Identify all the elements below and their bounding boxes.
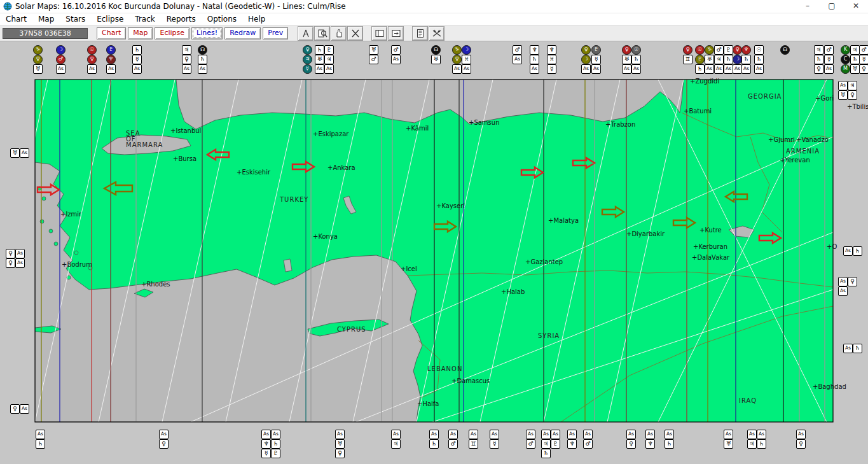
planet-glyph-chip: ♅ — [838, 90, 848, 100]
planet-glyph-chip: ♀ — [848, 90, 857, 100]
planet-glyph-chip: As — [87, 64, 97, 74]
planet-glyph-chip: As — [391, 430, 401, 439]
chart-button[interactable]: Chart — [97, 27, 126, 39]
zoom-page-icon[interactable] — [314, 26, 330, 41]
planet-glyph-chip: As — [530, 64, 539, 74]
planet-glyph-chip: As — [757, 430, 766, 439]
planet-glyph-chip: ♅ — [335, 439, 345, 449]
planet-glyph-chip: ♄ — [665, 439, 674, 449]
planet-glyph-chip: ♄ — [853, 246, 862, 256]
planet-glyph-chip: ♅ — [724, 439, 733, 449]
planet-glyph-chip: ♄ — [853, 344, 862, 353]
eclipse-button[interactable]: Eclipse — [155, 27, 189, 39]
menu-item-chart[interactable]: Chart — [0, 13, 32, 25]
crossed-lines-icon[interactable] — [347, 26, 363, 41]
planet-glyph-chip: ☿ — [591, 55, 601, 64]
planet-glyph-chip: ♀ — [796, 439, 806, 449]
planet-glyph-chip: ♄ — [198, 55, 207, 64]
minimize-button[interactable]: – — [796, 0, 820, 13]
planet-glyph-chip: ♀ — [683, 45, 692, 55]
prev-button[interactable]: Prev — [263, 27, 288, 39]
planet-glyph-chip: ♅ — [431, 55, 441, 64]
planet-glyph-chip: ♄ — [36, 439, 45, 449]
planet-glyph-chip: ♀ — [859, 64, 868, 74]
planet-glyph-chip: ☊ — [780, 45, 790, 55]
planet-glyph-chip: As — [391, 55, 401, 64]
planet-glyph-chip: ☿ — [547, 64, 556, 74]
planet-glyph-chip: ♄ — [315, 45, 324, 55]
planet-glyph-chip: ♀ — [733, 45, 742, 55]
map-button[interactable]: Map — [128, 27, 153, 39]
menu-item-eclipse[interactable]: Eclipse — [91, 13, 129, 25]
menu-item-options[interactable]: Options — [202, 13, 242, 25]
title-bar: Solar Maps: 16.10.2016 Koc Burcunda Dolu… — [0, 0, 868, 13]
planet-glyph-chip: As — [838, 277, 848, 286]
planet-glyph-chip: ♂ — [56, 55, 65, 64]
planet-glyph-chip: M — [841, 64, 850, 74]
planet-glyph-chip: ♂ — [369, 55, 378, 64]
planet-glyph-chip: ♀ — [6, 249, 15, 258]
planet-glyph-chip: As — [159, 430, 169, 439]
planet-glyph-chip: ♊ — [469, 439, 478, 449]
planet-glyph-chip: ♄ — [695, 64, 705, 74]
planet-glyph-chip: As — [796, 430, 806, 439]
planet-glyph-chip: ♂ — [583, 439, 593, 449]
hand-pointer-icon[interactable] — [331, 26, 347, 41]
planet-glyph-chip: ♅ — [315, 55, 324, 64]
planet-glyph-chip: ♂ — [859, 45, 868, 55]
planet-glyph-chip: ♇ — [695, 55, 705, 64]
planet-glyph-chip: ♃ — [541, 439, 551, 449]
planet-glyph-chip: As — [56, 64, 65, 74]
planet-glyph-chip: ♇ — [724, 45, 733, 55]
planet-glyph-chip: ♃ — [324, 55, 334, 64]
planet-glyph-chip: ☽ — [462, 45, 471, 55]
divider-compass-icon[interactable] — [298, 26, 313, 41]
planet-glyph-chip: ☊ — [198, 45, 207, 55]
planet-glyph-chip: As — [733, 64, 742, 74]
planet-glyph-chip: ♂ — [391, 45, 401, 55]
lines-button[interactable]: Lines! — [191, 27, 223, 39]
menu-item-map[interactable]: Map — [32, 13, 60, 25]
planet-glyph-chip: ♇ — [551, 439, 560, 449]
planet-glyph-chip: ♆ — [567, 439, 577, 449]
planet-glyph-chip: As — [132, 64, 142, 74]
planet-glyph-chip: ♄ — [541, 449, 551, 458]
menu-item-reports[interactable]: Reports — [161, 13, 202, 25]
planet-glyph-chip: As — [261, 430, 271, 439]
planet-glyph-chip: As — [843, 246, 853, 256]
planet-glyph-chip: As — [513, 55, 522, 64]
planet-glyph-chip: ☊ — [431, 45, 441, 55]
crossed-axes-icon[interactable] — [429, 26, 444, 41]
astro-markers-layer: ♑♀♅☽♂As☉♀As♇♆As♄☿As♃♀As☊♄As♀♃☿♄♅As♇♃As♅♂… — [0, 41, 868, 464]
planet-glyph-chip: As — [747, 430, 757, 439]
planet-glyph-chip: As — [724, 64, 733, 74]
planet-glyph-chip: ♃ — [747, 439, 757, 449]
planet-glyph-chip: ♄ — [132, 45, 142, 55]
planet-glyph-chip: ♑ — [452, 45, 462, 55]
planet-glyph-chip: ♀ — [622, 45, 631, 55]
planet-glyph-chip: ♃ — [182, 45, 191, 55]
planet-glyph-chip: ♃ — [850, 45, 860, 55]
planet-glyph-chip: ♀ — [182, 55, 191, 64]
planet-glyph-chip: ♆ — [530, 45, 539, 55]
menu-item-track[interactable]: Track — [129, 13, 160, 25]
report-list-icon[interactable] — [412, 26, 428, 41]
planet-glyph-chip: ♑ — [705, 45, 714, 55]
planet-glyph-chip: ☉ — [754, 45, 764, 55]
planet-glyph-chip: ♀ — [848, 277, 857, 286]
planet-glyph-chip: ♄ — [631, 55, 641, 64]
planet-glyph-chip: ☿ — [824, 55, 834, 64]
redraw-button[interactable]: Redraw — [224, 27, 261, 39]
planet-glyph-chip: ♓ — [462, 55, 471, 64]
frame-arrow-icon[interactable] — [388, 26, 404, 41]
planet-glyph-chip: As — [15, 249, 25, 258]
planet-glyph-chip: ♀ — [335, 449, 345, 458]
planet-glyph-chip: ☉ — [695, 45, 705, 55]
maximize-button[interactable]: ▢ — [820, 0, 844, 13]
close-button[interactable]: ✕ — [844, 0, 868, 13]
frame-left-icon[interactable] — [371, 26, 387, 41]
planet-glyph-chip: ♃ — [714, 55, 724, 64]
planet-glyph-chip: As — [462, 64, 471, 74]
menu-item-stars[interactable]: Stars — [60, 13, 91, 25]
menu-item-help[interactable]: Help — [242, 13, 271, 25]
